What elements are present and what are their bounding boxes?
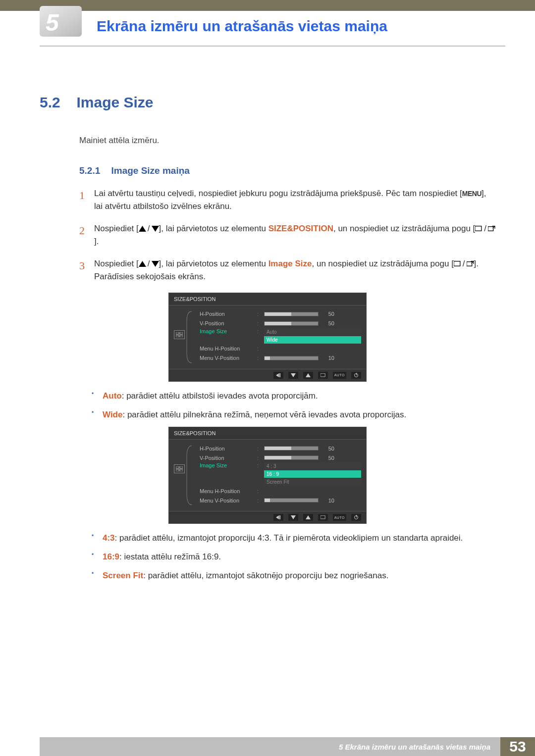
svg-rect-16 [321, 373, 325, 377]
enter-icon [318, 514, 328, 521]
value: 50 [321, 320, 334, 326]
auto-button: AUTO [333, 514, 346, 521]
svg-rect-25 [321, 516, 325, 519]
osd-row-hposition: H-Position:50 [200, 309, 361, 319]
label: Image Size [200, 328, 253, 334]
label: Menu V-Position [200, 498, 253, 504]
enter-source-icon: / [475, 222, 495, 235]
svg-marker-23 [291, 515, 296, 519]
svg-rect-11 [180, 335, 183, 337]
label: Menu V-Position [200, 355, 253, 361]
svg-marker-0 [139, 226, 146, 232]
option-auto: Auto [264, 328, 361, 336]
auto-button: AUTO [333, 372, 346, 379]
value: 50 [321, 446, 334, 452]
osd-category-icon [174, 444, 187, 505]
svg-rect-3 [488, 227, 493, 231]
step-body: Lai atvērtu taustiņu ceļvedi, nospiediet… [94, 187, 495, 213]
osd-panel-1: SIZE&POSITION H-Position:50 V-Position:5… [168, 293, 367, 382]
keyword: SIZE&POSITION [268, 224, 333, 233]
osd-row-menu-hposition: Menu H-Position: [200, 344, 361, 353]
nav-left-icon [273, 372, 283, 379]
text: : parādiet attēlu pilnekrāna režīmā, neņ… [122, 410, 406, 419]
osd-row-imagesize: Image Size:4 : 316 : 9Screen Fit [200, 462, 361, 486]
bracket-icon [186, 445, 193, 506]
keyword: Image Size [268, 259, 312, 268]
page-title: Ekrāna izmēru un atrašanās vietas maiņa [97, 18, 387, 35]
title-rule [40, 46, 505, 47]
step-2: 2 Nospiediet [/], lai pārvietotos uz ele… [79, 222, 495, 249]
step-number: 1 [79, 187, 94, 213]
label: H-Position [200, 446, 253, 452]
osd-row-menu-hposition: Menu H-Position: [200, 486, 361, 496]
value: 50 [321, 311, 334, 317]
subsection-number: 5.2.1 [79, 165, 109, 176]
label: Menu H-Position [200, 488, 253, 494]
menu-keyword: MENU [462, 190, 482, 198]
text: Nospiediet [ [94, 259, 139, 268]
nav-left-icon [273, 514, 283, 521]
bullet-list-1: Auto: parādiet attēlu atbilstoši ievades… [92, 389, 495, 422]
svg-rect-22 [279, 515, 280, 519]
chapter-number: 5 [46, 9, 58, 36]
nav-up-icon [303, 514, 313, 521]
bullet-auto: Auto: parādiet attēlu atbilstoši ievades… [92, 389, 495, 403]
option-screen-fit: Screen Fit [264, 478, 361, 486]
step-3: 3 Nospiediet [/], lai pārvietotos uz ele… [79, 257, 495, 284]
svg-rect-17 [176, 466, 179, 468]
label: AUTO [334, 373, 345, 377]
svg-marker-21 [276, 515, 279, 519]
nav-up-icon [303, 372, 313, 379]
label: Menu H-Position [200, 346, 253, 352]
step-body: Nospiediet [/], lai pārvietotos uz eleme… [94, 257, 495, 284]
text: Nospiediet [ [94, 224, 139, 233]
keyword: 4:3 [103, 533, 115, 543]
svg-marker-1 [152, 226, 159, 232]
value: 10 [321, 498, 334, 504]
svg-rect-6 [454, 261, 460, 266]
osd-category-icon [174, 309, 187, 363]
power-icon [351, 514, 361, 521]
text: : parādiet attēlu, izmantojot sākotnējo … [143, 571, 388, 580]
section-number: 5.2 [40, 94, 74, 111]
text: Lai atvērtu taustiņu ceļvedi, nospiediet… [94, 189, 462, 198]
keyword: Screen Fit [103, 571, 143, 580]
keyword: Wide [103, 410, 122, 419]
svg-rect-7 [467, 262, 472, 266]
svg-marker-5 [152, 261, 159, 267]
bullet-list-2: 4:3: parādiet attēlu, izmantojot proporc… [92, 531, 495, 583]
text: , un nospiediet uz izstrādājuma pogu [ [333, 224, 475, 233]
osd-row-vposition: V-Position:50 [200, 319, 361, 328]
section-heading: 5.2 Image Size [40, 94, 495, 111]
power-icon [351, 372, 361, 379]
label: V-Position [200, 455, 253, 461]
osd-row-menu-vposition: Menu V-Position:10 [200, 353, 361, 363]
enter-icon [318, 372, 328, 379]
step-1: 1 Lai atvērtu taustiņu ceļvedi, nospiedi… [79, 187, 495, 213]
label: V-Position [200, 320, 253, 326]
bullet-4-3: 4:3: parādiet attēlu, izmantojot proporc… [92, 531, 495, 546]
up-down-icon: / [139, 222, 159, 235]
nav-down-icon [288, 514, 298, 521]
subsection-heading: 5.2.1 Image Size maiņa [79, 165, 495, 176]
enter-source-icon: / [454, 257, 474, 270]
value: 10 [321, 355, 334, 361]
text: ]. [94, 237, 99, 246]
step-body: Nospiediet [/], lai pārvietotos uz eleme… [94, 222, 495, 249]
text: ], lai pārvietotos uz elementu [159, 259, 268, 268]
text: : iestata attēlu režīmā 16:9. [119, 552, 221, 561]
section-title: Image Size [76, 94, 153, 110]
text: ], lai pārvietotos uz elementu [159, 224, 268, 233]
bullet-wide: Wide: parādiet attēlu pilnekrāna režīmā,… [92, 407, 495, 422]
osd-row-hposition: H-Position:50 [200, 444, 361, 453]
label: Image Size [200, 462, 253, 468]
svg-rect-13 [279, 373, 280, 377]
option-16-9: 16 : 9 [264, 470, 361, 478]
osd-title: SIZE&POSITION [169, 293, 366, 305]
svg-marker-4 [139, 261, 146, 267]
svg-rect-18 [180, 466, 183, 468]
value: 50 [321, 455, 334, 461]
osd-footer: AUTO [169, 511, 366, 523]
page-footer: 5 Ekrāna izmēru un atrašanās vietas maiņ… [0, 737, 535, 756]
keyword: Auto [103, 391, 122, 401]
